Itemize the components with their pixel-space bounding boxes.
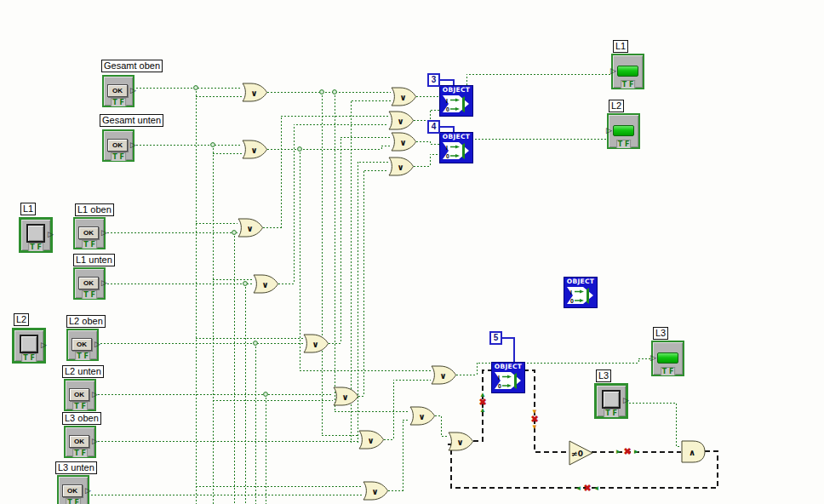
ok-button-terminal[interactable]: OK▷T F [64,379,96,411]
wire-boolean[interactable] [358,162,388,443]
boolean-type-label: T F [621,80,636,89]
or-gate[interactable]: ∨ [237,218,264,238]
ok-button-terminal[interactable]: OK▷T F [66,329,99,361]
flow-arrow: ▲ [479,407,486,413]
object-node-icon: I0 [492,371,523,391]
or-gate[interactable]: ∨ [333,387,359,406]
object-node-icon: I0 [440,94,471,114]
svg-text:∨: ∨ [261,280,268,289]
or-gate-shape: ∨ [363,481,389,501]
object-node-header: OBJECT [492,363,524,371]
input-terminal-arrow: ▷ [610,67,616,75]
square-button-face[interactable] [20,335,38,353]
output-terminal-arrow: ▷ [85,487,91,495]
ok-button-terminal[interactable]: OK▷T F [73,267,106,300]
or-gate[interactable]: ∨ [448,432,474,451]
wire-boolean[interactable] [629,403,681,446]
numeric-constant[interactable]: 3 [427,73,440,87]
svg-text:∨: ∨ [418,412,425,421]
wire-boolean[interactable] [329,137,391,343]
ok-button-face[interactable]: OK [72,338,92,351]
square-button-terminal[interactable]: ▷T F [12,328,46,364]
ok-button-terminal[interactable]: OK▷T F [102,129,134,162]
wire-boolean[interactable] [466,74,611,85]
not-equal-zero-node[interactable]: ≠0 [569,440,594,466]
or-gate[interactable]: ∨ [409,406,436,426]
boolean-type-label: T F [604,409,619,417]
ok-button-face[interactable]: OK [69,388,89,401]
and-gate[interactable]: ∧ [681,440,707,463]
wire-boolean[interactable] [414,154,439,166]
or-gate[interactable]: ∨ [303,334,329,353]
input-terminal-arrow: ▷ [606,127,612,135]
or-gate[interactable]: ∨ [391,132,417,152]
numeric-constant[interactable]: 5 [489,331,502,345]
wire-boolean[interactable] [358,170,388,396]
svg-text:I: I [498,375,500,381]
object-node[interactable]: OBJECTI0 [439,132,473,163]
wire-junction [194,86,198,90]
object-node[interactable]: OBJECTI0 [564,277,598,308]
or-gate[interactable]: ∨ [391,87,417,106]
flow-arrow: ◄ [575,485,581,491]
or-gate[interactable]: ∨ [358,430,385,450]
flow-arrow: ► [615,449,621,455]
or-gate[interactable]: ∨ [431,365,457,385]
svg-text:∨: ∨ [341,392,348,402]
boolean-type-label: T F [82,290,97,299]
object-node-header: OBJECT [440,133,472,141]
ok-button-face[interactable]: OK [107,139,128,152]
terminal-label: Gesamt oben [101,60,163,72]
svg-text:0: 0 [570,298,574,304]
broken-x-icon: ✖ [478,398,486,406]
or-gate[interactable]: ∨ [388,157,415,176]
object-node-icon: I0 [440,141,471,161]
wire-boolean[interactable] [300,146,391,149]
wire-boolean[interactable] [435,415,448,436]
or-gate[interactable]: ∨ [388,111,415,130]
square-button-terminal[interactable]: ▷T F [19,217,53,253]
svg-text:I: I [570,289,572,295]
ok-button-terminal[interactable]: OK▷T F [57,475,89,504]
wire-boolean[interactable] [524,358,651,363]
wire-boolean[interactable] [263,116,388,227]
ok-button-terminal[interactable]: OK▷T F [73,217,106,249]
ok-button-face[interactable]: OK [69,435,89,448]
or-gate-shape: ∨ [391,132,417,152]
square-button-face[interactable] [26,224,45,243]
wire-boolean[interactable] [414,110,439,120]
ok-button-face[interactable]: OK [78,226,99,239]
wire-boolean[interactable] [388,420,409,490]
terminal-label: L3 [596,369,611,382]
boolean-type-label: T F [616,140,632,148]
ok-button-terminal[interactable]: OK▷T F [64,426,96,458]
ok-button-face[interactable]: OK [107,84,128,97]
led-indicator-terminal[interactable]: ▷T F [607,113,640,149]
led-indicator-terminal[interactable]: ▷T F [611,54,644,89]
object-node[interactable]: OBJECTI0 [491,362,525,393]
wire-boolean[interactable] [416,141,439,144]
wire-junction [243,282,248,286]
ok-button-face[interactable]: OK [78,277,99,289]
square-button-terminal[interactable]: ▷T F [594,383,628,419]
or-gate[interactable]: ∨ [253,274,279,294]
object-node[interactable]: OBJECTI0 [439,85,473,117]
svg-text:0: 0 [446,153,449,159]
or-gate-shape: ∨ [388,157,415,176]
svg-text:∧: ∧ [689,448,695,457]
or-gate[interactable]: ∨ [242,83,268,102]
terminal-label: L1 oben [75,203,114,216]
led-indicator-terminal[interactable]: ▷T F [651,341,684,376]
square-button-face[interactable] [602,390,621,409]
terminal-label: L1 [613,40,628,53]
or-gate[interactable]: ∨ [363,481,389,501]
wire-boolean[interactable] [278,124,388,284]
wire-boolean[interactable] [456,363,491,375]
wire-numeric[interactable] [502,338,514,362]
ok-button-face[interactable]: OK [62,484,83,497]
ok-button-terminal[interactable]: OK▷T F [102,75,134,107]
or-gate[interactable]: ∨ [242,140,268,159]
output-terminal-arrow: ▷ [130,87,136,94]
numeric-constant[interactable]: 4 [427,120,440,134]
terminal-label: L2 [14,313,29,326]
